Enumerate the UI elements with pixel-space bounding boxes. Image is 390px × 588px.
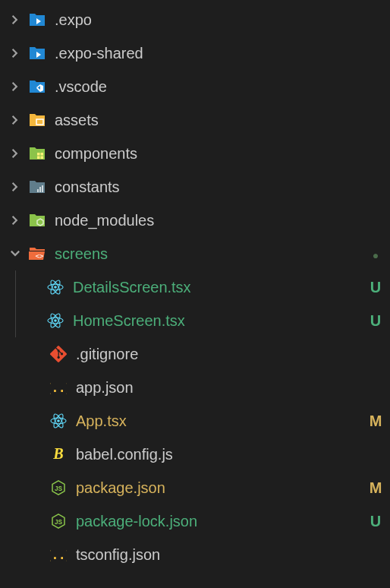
svg-rect-1 — [37, 153, 40, 156]
tree-item-label: tsconfig.json — [76, 546, 361, 564]
svg-rect-4 — [41, 156, 44, 160]
chevron-right-icon[interactable] — [6, 178, 24, 196]
folder-node-icon — [27, 210, 47, 230]
file-explorer-tree: .expo.expo-shared.vscodeassetscomponents… — [0, 3, 390, 571]
tree-file[interactable]: App.tsxM — [0, 404, 390, 438]
tree-file[interactable]: DetailsScreen.tsxU — [0, 270, 390, 304]
git-icon — [49, 344, 68, 364]
tree-folder[interactable]: .vscode — [0, 70, 390, 103]
react-icon — [49, 411, 68, 431]
tree-item-label: node_modules — [55, 212, 361, 229]
chevron-right-icon[interactable] — [6, 144, 24, 163]
tree-file[interactable]: HomeScreen.tsxU — [0, 304, 390, 337]
babel-icon — [49, 444, 68, 464]
chevron-down-icon[interactable] — [6, 245, 24, 263]
folder-expo-icon — [27, 10, 47, 30]
chevron-right-icon[interactable] — [6, 77, 24, 96]
folder-constants-icon — [27, 177, 47, 197]
tree-item-label: .expo — [55, 11, 361, 29]
react-icon — [46, 277, 65, 297]
tree-item-label: App.tsx — [76, 413, 361, 430]
folder-screens-icon: <> — [27, 244, 47, 264]
tree-folder[interactable]: node_modules — [0, 204, 390, 237]
svg-rect-7 — [42, 185, 43, 192]
tree-folder[interactable]: components — [0, 137, 390, 170]
react-icon — [46, 311, 65, 330]
tree-folder[interactable]: .expo — [0, 3, 390, 36]
folder-components-icon — [27, 144, 47, 163]
folder-assets-icon — [27, 110, 47, 130]
tree-item-label: constants — [55, 179, 361, 196]
git-status-badge: U — [361, 279, 390, 296]
tree-folder[interactable]: assets — [0, 103, 390, 137]
tree-item-label: assets — [55, 112, 361, 129]
tree-item-label: screens — [55, 245, 361, 263]
tree-file[interactable]: package-lock.jsonU — [0, 504, 390, 538]
git-status-badge: U — [361, 513, 390, 530]
tree-file[interactable]: tsconfig.json — [0, 538, 390, 571]
tree-file[interactable]: app.json — [0, 371, 390, 404]
json-icon — [49, 545, 68, 564]
svg-rect-6 — [39, 187, 41, 192]
nodejs-icon — [49, 478, 68, 498]
svg-rect-3 — [37, 156, 40, 160]
chevron-right-icon[interactable] — [6, 11, 24, 29]
chevron-right-icon[interactable] — [6, 211, 24, 229]
chevron-right-icon[interactable] — [6, 44, 24, 62]
git-status-badge: U — [361, 312, 390, 330]
tree-file[interactable]: babel.config.js — [0, 438, 390, 471]
tree-item-label: .vscode — [55, 78, 361, 96]
svg-text:<>: <> — [36, 252, 44, 260]
chevron-right-icon[interactable] — [6, 111, 24, 129]
folder-expo-icon — [27, 43, 47, 63]
git-status-badge: M — [361, 479, 390, 497]
tree-item-label: HomeScreen.tsx — [73, 312, 361, 330]
tree-item-label: babel.config.js — [76, 446, 361, 463]
tree-item-label: package-lock.json — [76, 513, 361, 530]
tree-folder[interactable]: .expo-shared — [0, 36, 390, 70]
json-icon — [49, 378, 68, 397]
tree-item-label: DetailsScreen.tsx — [73, 279, 361, 296]
tree-file[interactable]: .gitignore — [0, 337, 390, 371]
folder-vscode-icon — [27, 77, 47, 96]
tree-folder[interactable]: <>screens — [0, 237, 390, 270]
tree-item-label: .expo-shared — [55, 45, 361, 62]
tree-item-label: app.json — [76, 379, 361, 397]
git-status-badge — [361, 245, 390, 263]
tree-item-label: .gitignore — [76, 346, 361, 363]
svg-rect-2 — [41, 153, 44, 156]
tree-folder[interactable]: constants — [0, 170, 390, 204]
tree-item-label: package.json — [76, 479, 361, 497]
svg-rect-5 — [37, 189, 39, 192]
tree-file[interactable]: package.jsonM — [0, 471, 390, 504]
git-status-badge: M — [361, 413, 390, 430]
nodejs-icon — [49, 511, 68, 531]
tree-item-label: components — [55, 145, 361, 163]
